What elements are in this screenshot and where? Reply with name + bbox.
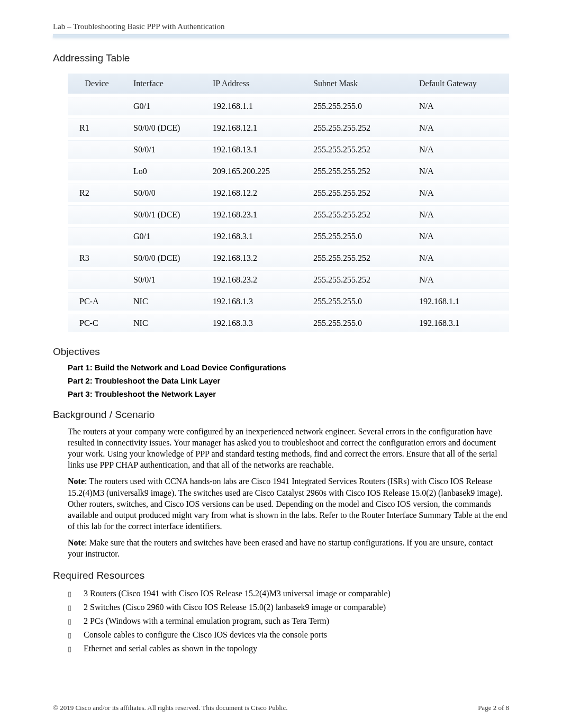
section-background-title: Background / Scenario xyxy=(53,409,509,421)
note-label: Note xyxy=(68,477,85,486)
table-row: S0/0/1 (DCE) 192.168.23.1 255.255.255.25… xyxy=(68,205,509,224)
cell-gw: N/A xyxy=(412,119,509,137)
list-item: ▯Console cables to configure the Cisco I… xyxy=(68,628,509,642)
cell-mask: 255.255.255.0 xyxy=(306,97,412,115)
cell-ip: 192.168.23.2 xyxy=(205,270,306,289)
cell-ip: 192.168.12.1 xyxy=(205,119,306,137)
table-row: R2 S0/0/0 192.168.12.2 255.255.255.252 N… xyxy=(68,184,509,202)
cell-ip: 192.168.13.1 xyxy=(205,140,306,159)
cell-gw: N/A xyxy=(412,140,509,159)
section-addressing-title: Addressing Table xyxy=(53,52,509,64)
background-note-1: Note: The routers used with CCNA hands-o… xyxy=(68,476,509,532)
cell-interface: S0/0/0 (DCE) xyxy=(126,119,205,137)
cell-ip: 192.168.13.2 xyxy=(205,249,306,267)
cell-interface: S0/0/1 xyxy=(126,270,205,289)
footer-copyright: © 2019 Cisco and/or its affiliates. All … xyxy=(53,704,287,712)
cell-gw: 192.168.3.1 xyxy=(412,314,509,332)
cell-device: PC-A xyxy=(68,292,126,311)
addressing-table: Device Interface IP Address Subnet Mask … xyxy=(68,70,509,335)
bullet-icon: ▯ xyxy=(68,616,84,625)
th-mask: Subnet Mask xyxy=(306,74,412,94)
cell-mask: 255.255.255.252 xyxy=(306,162,412,180)
note-label: Note xyxy=(68,538,85,547)
table-row: G0/1 192.168.1.1 255.255.255.0 N/A xyxy=(68,97,509,115)
objective-part3: Part 3: Troubleshoot the Network Layer xyxy=(68,389,509,398)
cell-mask: 255.255.255.0 xyxy=(306,292,412,311)
background-note-2: Note: Make sure that the routers and swi… xyxy=(68,537,509,559)
cell-device xyxy=(68,140,126,159)
cell-ip: 192.168.1.3 xyxy=(205,292,306,311)
cell-device xyxy=(68,227,126,245)
cell-gw: N/A xyxy=(412,205,509,224)
cell-gw: N/A xyxy=(412,270,509,289)
bullet-icon: ▯ xyxy=(68,603,84,612)
cell-device: PC-C xyxy=(68,314,126,332)
cell-gw: 192.168.1.1 xyxy=(412,292,509,311)
cell-mask: 255.255.255.0 xyxy=(306,227,412,245)
list-item: ▯3 Routers (Cisco 1941 with Cisco IOS Re… xyxy=(68,587,509,600)
table-row: G0/1 192.168.3.1 255.255.255.0 N/A xyxy=(68,227,509,245)
table-row: R3 S0/0/0 (DCE) 192.168.13.2 255.255.255… xyxy=(68,249,509,267)
cell-gw: N/A xyxy=(412,97,509,115)
page-footer: © 2019 Cisco and/or its affiliates. All … xyxy=(53,704,509,712)
table-row: PC-C NIC 192.168.3.3 255.255.255.0 192.1… xyxy=(68,314,509,332)
cell-mask: 255.255.255.0 xyxy=(306,314,412,332)
section-resources-title: Required Resources xyxy=(53,570,509,581)
note-text: : Make sure that the routers and switche… xyxy=(68,538,493,558)
bullet-icon: ▯ xyxy=(68,644,84,653)
th-device: Device xyxy=(68,74,126,94)
cell-device xyxy=(68,97,126,115)
cell-device: R3 xyxy=(68,249,126,267)
cell-interface: NIC xyxy=(126,314,205,332)
table-row: R1 S0/0/0 (DCE) 192.168.12.1 255.255.255… xyxy=(68,119,509,137)
cell-interface: S0/0/0 xyxy=(126,184,205,202)
cell-interface: NIC xyxy=(126,292,205,311)
cell-ip: 192.168.12.2 xyxy=(205,184,306,202)
cell-interface: G0/1 xyxy=(126,97,205,115)
cell-gw: N/A xyxy=(412,162,509,180)
cell-device xyxy=(68,162,126,180)
cell-ip: 192.168.3.1 xyxy=(205,227,306,245)
table-row: S0/0/1 192.168.23.2 255.255.255.252 N/A xyxy=(68,270,509,289)
cell-device xyxy=(68,270,126,289)
cell-ip: 192.168.1.1 xyxy=(205,97,306,115)
cell-mask: 255.255.255.252 xyxy=(306,184,412,202)
cell-device xyxy=(68,205,126,224)
th-interface: Interface xyxy=(126,74,205,94)
footer-page-number: Page 2 of 8 xyxy=(478,704,509,712)
th-gw: Default Gateway xyxy=(412,74,509,94)
bullet-icon: ▯ xyxy=(68,630,84,639)
list-item: ▯2 PCs (Windows with a terminal emulatio… xyxy=(68,614,509,628)
resource-text: 2 PCs (Windows with a terminal emulation… xyxy=(84,616,329,626)
background-paragraph-1: The routers at your company were configu… xyxy=(68,426,509,470)
resources-list: ▯3 Routers (Cisco 1941 with Cisco IOS Re… xyxy=(68,587,509,656)
resource-text: 2 Switches (Cisco 2960 with Cisco IOS Re… xyxy=(84,603,386,612)
table-row: S0/0/1 192.168.13.1 255.255.255.252 N/A xyxy=(68,140,509,159)
cell-ip: 209.165.200.225 xyxy=(205,162,306,180)
cell-mask: 255.255.255.252 xyxy=(306,205,412,224)
cell-interface: G0/1 xyxy=(126,227,205,245)
objective-part1: Part 1: Build the Network and Load Devic… xyxy=(68,363,509,372)
cell-gw: N/A xyxy=(412,249,509,267)
resource-text: Console cables to configure the Cisco IO… xyxy=(84,630,327,640)
cell-interface: S0/0/1 xyxy=(126,140,205,159)
section-objectives-title: Objectives xyxy=(53,346,509,358)
note-text: : The routers used with CCNA hands-on la… xyxy=(68,477,507,530)
cell-gw: N/A xyxy=(412,227,509,245)
cell-interface: S0/0/0 (DCE) xyxy=(126,249,205,267)
cell-mask: 255.255.255.252 xyxy=(306,249,412,267)
list-item: ▯2 Switches (Cisco 2960 with Cisco IOS R… xyxy=(68,600,509,614)
cell-ip: 192.168.23.1 xyxy=(205,205,306,224)
table-row: PC-A NIC 192.168.1.3 255.255.255.0 192.1… xyxy=(68,292,509,311)
cell-device: R1 xyxy=(68,119,126,137)
cell-ip: 192.168.3.3 xyxy=(205,314,306,332)
cell-gw: N/A xyxy=(412,184,509,202)
cell-interface: S0/0/1 (DCE) xyxy=(126,205,205,224)
cell-interface: Lo0 xyxy=(126,162,205,180)
th-ip: IP Address xyxy=(205,74,306,94)
resource-text: Ethernet and serial cables as shown in t… xyxy=(84,644,257,653)
bullet-icon: ▯ xyxy=(68,589,84,598)
list-item: ▯Ethernet and serial cables as shown in … xyxy=(68,642,509,656)
table-row: Lo0 209.165.200.225 255.255.255.252 N/A xyxy=(68,162,509,180)
cell-mask: 255.255.255.252 xyxy=(306,270,412,289)
